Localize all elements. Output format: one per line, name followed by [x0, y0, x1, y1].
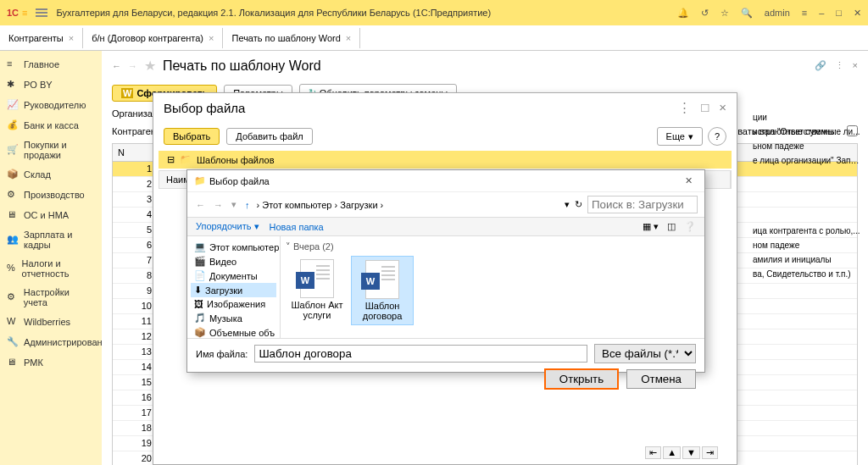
tab-contract[interactable]: б/н (Договор контрагента)×	[83, 28, 223, 48]
select-button[interactable]: Выбрать	[164, 128, 220, 145]
close-icon[interactable]: ×	[69, 33, 74, 43]
sidebar-icon: 📦	[7, 169, 19, 180]
sidebar-icon: 🖥	[7, 209, 19, 221]
sidebar-item[interactable]: 🖥РМК	[0, 352, 102, 373]
nav-first-icon[interactable]: ⇤	[645, 446, 661, 459]
tree-item[interactable]: 🎬Видео	[191, 254, 276, 268]
organize-button[interactable]: Упорядочить ▾	[196, 221, 259, 232]
star-icon[interactable]: ☆	[721, 8, 729, 19]
tree-icon: 💻	[194, 241, 206, 252]
search-input[interactable]	[587, 196, 698, 213]
nav-back-icon[interactable]: ←	[194, 198, 207, 212]
info-text: ва, Свидетельство и т.п.)	[753, 267, 863, 281]
path-dropdown-icon[interactable]: ▾	[565, 199, 570, 210]
bell-icon[interactable]: 🔔	[677, 8, 689, 19]
close-icon[interactable]: ×	[346, 33, 351, 43]
dialog-max-icon[interactable]: □	[701, 100, 709, 115]
sidebar-item[interactable]: 📈Руководителю	[0, 95, 102, 115]
back-icon[interactable]: ←	[112, 61, 121, 71]
refresh-icon[interactable]: ↻	[575, 199, 582, 210]
user-label[interactable]: admin	[765, 8, 790, 18]
add-file-button[interactable]: Добавить файл	[226, 128, 312, 145]
history-icon[interactable]: ↺	[701, 8, 709, 19]
nav-history-icon[interactable]: ▾	[230, 197, 238, 212]
maximize-icon[interactable]: □	[836, 8, 842, 18]
sidebar-item[interactable]: 🔧Администрирование	[0, 332, 102, 352]
tree-icon: 📄	[194, 270, 206, 281]
dialog-more-icon[interactable]: ⋮	[678, 100, 691, 115]
page-title: Печать по шаблону Word	[163, 58, 321, 74]
favorite-star-icon[interactable]: ★	[144, 58, 156, 74]
minimize-icon[interactable]: –	[819, 8, 824, 18]
sidebar-icon: 👥	[7, 234, 19, 246]
sidebar-icon: W	[7, 316, 19, 328]
file-item-selected[interactable]: Шаблон договора	[351, 256, 414, 325]
sidebar-item[interactable]: ≡Главное	[0, 54, 102, 75]
sidebar-item[interactable]: %Налоги и отчетность	[0, 254, 102, 283]
cancel-button[interactable]: Отмена	[626, 369, 696, 389]
filter-select[interactable]: Все файлы (*.*)	[594, 344, 696, 363]
tree-item[interactable]: 🎵Музыка	[191, 311, 276, 325]
tree-icon: 📦	[194, 327, 206, 338]
link-icon[interactable]: 🔗	[815, 60, 826, 71]
filename-input[interactable]	[254, 345, 587, 363]
file-group-label[interactable]: ˅ Вчера (2)	[286, 241, 699, 252]
search-icon[interactable]: 🔍	[741, 8, 753, 19]
breadcrumb[interactable]: › Этот компьютер › Загрузки ›	[257, 200, 560, 210]
sidebar-icon: 🔧	[7, 336, 19, 348]
info-text: е лица организации" Запол...	[753, 153, 863, 168]
col-n: N	[113, 144, 157, 161]
nav-fwd-icon[interactable]: →	[212, 198, 225, 212]
tree-icon: 🎵	[194, 313, 206, 324]
close-page-icon[interactable]: ×	[853, 60, 858, 71]
nav-down-icon[interactable]: ▼	[682, 446, 700, 459]
sidebar-icon: 🛒	[7, 144, 19, 156]
more-icon[interactable]: ⋮	[835, 60, 844, 71]
file-item[interactable]: Шаблон Акт услуги	[286, 256, 348, 324]
nav-up-icon[interactable]: ▲	[663, 446, 681, 459]
close-app-icon[interactable]: ✕	[854, 8, 861, 19]
tree-item[interactable]: 💻Этот компьютер	[191, 240, 276, 254]
sidebar-item[interactable]: ✱PO BY	[0, 75, 102, 95]
sidebar-item[interactable]: 📦Склад	[0, 164, 102, 185]
sidebar-icon: ≡	[7, 58, 19, 70]
tree-icon: 🎬	[194, 256, 206, 267]
folder-icon: 📁	[180, 154, 192, 165]
sidebar-item[interactable]: 👥Зарплата и кадры	[0, 225, 102, 254]
dialog-close-icon[interactable]: ×	[719, 100, 726, 115]
sidebar-item[interactable]: ⚙Настройки учета	[0, 283, 102, 312]
tree-item[interactable]: 🖼Изображения	[191, 297, 276, 311]
view-icon[interactable]: ▦ ▾	[643, 221, 659, 232]
menu-burger-icon[interactable]	[36, 8, 47, 17]
help-button[interactable]: ?	[708, 127, 726, 146]
nav-last-icon[interactable]: ⇥	[702, 446, 718, 459]
sidebar-item[interactable]: 🖥ОС и НМА	[0, 205, 102, 225]
sidebar-item[interactable]: ⚙Производство	[0, 185, 102, 205]
nav-up-icon[interactable]: ↑	[243, 198, 252, 212]
tree-item[interactable]: 📄Документы	[191, 268, 276, 283]
app-title: Бухгалтерия для Беларуси, редакция 2.1. …	[56, 8, 668, 18]
help-icon[interactable]: ❔	[684, 221, 696, 232]
sidebar-icon: %	[7, 263, 17, 274]
open-button[interactable]: Открыть	[544, 368, 619, 390]
tab-print-template[interactable]: Печать по шаблону Word×	[223, 28, 360, 48]
sidebar-item[interactable]: 🛒Покупки и продажи	[0, 136, 102, 164]
collapse-icon[interactable]: ⊟	[167, 154, 175, 165]
tree-item[interactable]: 📦Объемные объ	[191, 325, 276, 338]
sidebar-icon: ⚙	[7, 189, 19, 201]
filename-label: Имя файла:	[196, 349, 248, 359]
sidebar-item[interactable]: WWildberries	[0, 312, 102, 332]
tree-root-item[interactable]: ⊟ 📁 Шаблоны файлов	[159, 151, 732, 169]
more-button[interactable]: Еще ▾	[657, 127, 703, 146]
settings-icon[interactable]: ≡	[802, 8, 807, 18]
tree-item[interactable]: ⬇Загрузки	[191, 283, 276, 297]
sidebar-item[interactable]: 💰Банк и касса	[0, 115, 102, 136]
app-logo: 1C ≡	[7, 8, 27, 18]
forward-icon[interactable]: →	[128, 61, 137, 71]
tab-contragents[interactable]: Контрагенты×	[0, 28, 83, 48]
new-folder-button[interactable]: Новая папка	[270, 222, 324, 232]
close-icon[interactable]: ×	[209, 33, 214, 43]
info-text: ном падеже	[753, 238, 863, 252]
preview-icon[interactable]: ◫	[667, 221, 676, 232]
picker-close-icon[interactable]: ✕	[680, 174, 698, 188]
